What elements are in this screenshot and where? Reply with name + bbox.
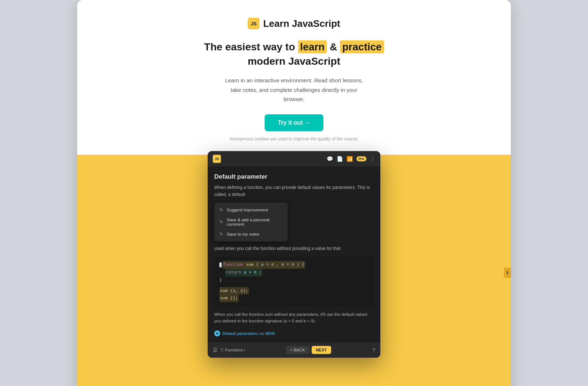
code-block[interactable]: function sum ( a = 0 , b = 0 ) {: [214, 257, 374, 306]
titlebar-left: JS: [213, 155, 221, 163]
code-brace-close: }: [219, 276, 222, 284]
page-container: JS Learn JavaScript The easiest way to l…: [77, 0, 511, 386]
lesson-intro: When defining a function, you can provid…: [214, 184, 374, 198]
context-menu: ✎ Suggest improvement ✎ Save & add a per…: [214, 203, 288, 242]
code-param-a: a: [261, 262, 264, 267]
hero-section: JS Learn JavaScript The easiest way to l…: [77, 0, 511, 142]
lesson-title: Default parameter: [214, 173, 374, 181]
back-button[interactable]: < BACK: [286, 346, 309, 354]
context-item-save-notes[interactable]: ✎ Save to my notes: [214, 229, 288, 239]
js-logo-badge: JS: [248, 18, 259, 29]
hamburger-icon[interactable]: ☰: [213, 347, 218, 353]
app-js-badge: JS: [213, 155, 221, 163]
titlebar-right: 💬 📄 📶 Pro ⋮: [327, 156, 375, 162]
context-item-suggest[interactable]: ✎ Suggest improvement: [214, 205, 288, 215]
next-button[interactable]: NEXT: [312, 346, 331, 354]
mdn-link[interactable]: M Default parameters on MDN: [214, 330, 374, 336]
code-call-sum1: sum: [220, 288, 228, 293]
app-mockup: JS 💬 📄 📶 Pro ⋮ Default parameter When de…: [208, 151, 380, 358]
main-headline: The easiest way to learn & practice mode…: [92, 40, 496, 68]
context-item-save-comment-label: Save & add a personal comment: [227, 218, 283, 226]
code-return-b: b: [254, 270, 257, 275]
more-icon[interactable]: ⋮: [370, 156, 375, 162]
nav-buttons: < BACK NEXT: [286, 346, 331, 354]
context-item-save-notes-label: Save to my notes: [227, 232, 259, 236]
mdn-link-label: Default parameters on MDN: [222, 331, 275, 336]
code-cursor: [219, 262, 222, 267]
code-param-b: b: [282, 262, 284, 267]
mdn-icon: M: [214, 330, 220, 336]
code-call2-args: ();: [230, 296, 238, 300]
logo-area: JS Learn JavaScript: [92, 18, 496, 29]
logo-title: Learn JavaScript: [263, 18, 340, 29]
chat-icon[interactable]: 💬: [327, 156, 333, 162]
code-paren-close: ) {: [297, 262, 304, 267]
code-call1-args: (1, 2);: [230, 288, 248, 293]
save-comment-icon: ✎: [219, 219, 223, 225]
lesson-bottom-text: When you call the function sum without a…: [214, 311, 374, 327]
bottombar-left: ☰ 7. Functions I: [213, 347, 245, 353]
pro-badge[interactable]: Pro: [356, 156, 366, 161]
hero-subtitle: Learn in an interactive environment. Rea…: [224, 76, 364, 104]
app-bottombar: ☰ 7. Functions I < BACK NEXT ?: [208, 342, 380, 358]
code-call-sum2: sum: [220, 296, 228, 300]
code-semicolon1: ;: [259, 270, 262, 275]
side-feedback-button[interactable]: ↩: [504, 268, 511, 278]
headline-suffix: modern JavaScript: [248, 56, 340, 67]
code-paren-open: (: [256, 262, 259, 267]
code-comma: ,: [276, 262, 282, 267]
code-default-a: 0: [271, 262, 274, 267]
code-return-a: a: [244, 270, 246, 275]
headline-connector: &: [327, 41, 340, 53]
document-icon[interactable]: 📄: [337, 156, 343, 162]
bottom-section: JS 💬 📄 📶 Pro ⋮ Default parameter When de…: [77, 155, 511, 386]
code-plus: +: [249, 270, 254, 275]
app-content: Default parameter When defining a functi…: [208, 167, 380, 336]
highlight-practice: practice: [340, 40, 384, 53]
lesson-number-label: 7. Functions I: [220, 348, 245, 352]
suggest-icon: ✎: [219, 207, 223, 212]
code-fn-name: sum: [246, 262, 254, 267]
code-keyword-return: return: [226, 270, 244, 275]
save-notes-icon: ✎: [219, 232, 223, 237]
help-icon[interactable]: ?: [372, 347, 375, 353]
code-eq2: =: [287, 262, 292, 267]
feedback-icon: ↩: [505, 271, 509, 274]
context-item-save-comment[interactable]: ✎ Save & add a personal comment: [214, 215, 288, 229]
lesson-text-continued: used when you call the function without …: [214, 245, 374, 252]
code-keyword-function: function: [223, 262, 246, 267]
context-item-suggest-label: Suggest improvement: [227, 208, 268, 212]
wifi-icon[interactable]: 📶: [347, 156, 353, 162]
headline-prefix: The easiest way to: [204, 41, 298, 53]
app-titlebar: JS 💬 📄 📶 Pro ⋮: [208, 151, 380, 167]
code-default-b: 0: [291, 262, 294, 267]
highlight-learn: learn: [298, 40, 327, 53]
cta-button[interactable]: Try it out →: [265, 114, 323, 131]
code-eq1: =: [266, 262, 271, 267]
cookie-note: Anonymous cookies are used to improve th…: [92, 136, 496, 142]
